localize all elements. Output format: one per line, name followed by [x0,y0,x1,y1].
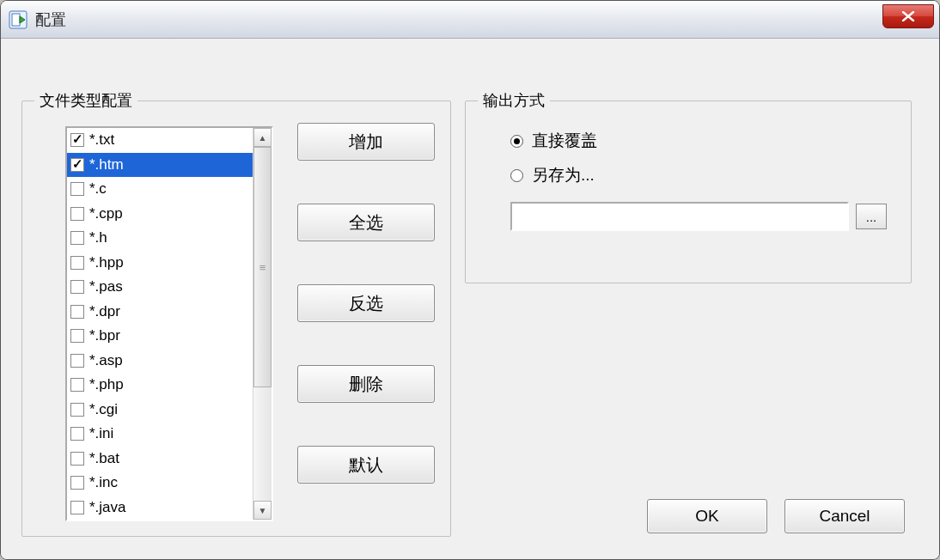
add-button[interactable]: 增加 [297,123,435,161]
scrollbar-vertical[interactable]: ▲ ▼ [253,128,272,520]
list-item-label: *.pas [89,278,123,295]
titlebar[interactable]: 配置 [1,1,939,39]
checkbox[interactable] [70,256,84,270]
checkbox[interactable] [70,452,84,466]
saveas-path-row: ... [510,202,887,231]
select-all-button[interactable]: 全选 [297,204,435,241]
client-area: 文件类型配置 *.txt*.htm*.c*.cpp*.h*.hpp*.pas*.… [1,39,939,559]
list-item[interactable]: *.bat [67,447,253,472]
checkbox[interactable] [70,280,84,294]
filetype-button-column: 增加 全选 反选 删除 默认 [297,123,435,484]
list-item[interactable]: *.cpp [67,202,253,227]
ok-button[interactable]: OK [647,499,767,533]
list-item[interactable]: *.asp [67,349,253,374]
checkbox[interactable] [70,403,84,417]
list-item[interactable]: *.bpr [67,324,253,349]
close-button[interactable] [882,4,934,28]
list-item[interactable]: *.dpr [67,300,253,325]
saveas-path-input[interactable] [510,202,849,231]
cancel-button[interactable]: Cancel [784,499,905,533]
list-item-label: *.dpr [89,303,120,320]
checkbox[interactable] [70,501,84,514]
list-item-label: *.txt [89,131,114,149]
radio-overwrite[interactable] [510,135,523,148]
checkbox[interactable] [70,305,84,319]
radio-overwrite-row[interactable]: 直接覆盖 [510,130,899,152]
checkbox[interactable] [70,182,84,196]
scroll-thumb[interactable] [253,147,272,387]
list-item-label: *.htm [89,156,124,173]
list-item[interactable]: *.php [67,373,253,398]
output-legend: 输出方式 [478,90,550,111]
list-item-label: *.ini [89,425,113,442]
list-item-label: *.hpp [89,254,124,271]
list-item-label: *.asp [89,352,123,369]
list-item-label: *.php [89,376,124,393]
radio-saveas-row[interactable]: 另存为... [510,164,899,186]
app-icon [8,9,28,30]
checkbox[interactable] [70,427,84,441]
radio-saveas-label: 另存为... [532,164,595,186]
scroll-down-button[interactable]: ▼ [253,501,272,520]
list-item[interactable]: *.hpp [67,251,253,276]
filetype-listbox[interactable]: *.txt*.htm*.c*.cpp*.h*.hpp*.pas*.dpr*.bp… [67,128,253,520]
invert-selection-button[interactable]: 反选 [297,284,435,322]
list-item[interactable]: *.h [67,226,253,251]
filetype-legend: 文件类型配置 [34,90,137,111]
delete-button[interactable]: 删除 [297,365,435,403]
filetype-group: 文件类型配置 *.txt*.htm*.c*.cpp*.h*.hpp*.pas*.… [21,90,451,537]
list-item[interactable]: *.c [67,177,253,202]
list-item-label: *.bpr [89,327,120,344]
checkbox[interactable] [70,133,84,147]
filetype-listbox-container: *.txt*.htm*.c*.cpp*.h*.hpp*.pas*.dpr*.bp… [65,126,273,521]
checkbox[interactable] [70,329,84,343]
list-item-label: *.bat [89,450,119,467]
window-title: 配置 [35,9,66,30]
radio-overwrite-label: 直接覆盖 [532,130,597,152]
checkbox[interactable] [70,476,84,490]
checkbox[interactable] [70,231,84,245]
list-item-label: *.cgi [89,401,118,418]
list-item-label: *.c [89,180,107,198]
list-item-label: *.cpp [89,205,123,222]
list-item[interactable]: *.htm [67,153,253,178]
default-button[interactable]: 默认 [297,446,435,484]
list-item-label: *.h [89,229,107,247]
dialog-window: 配置 文件类型配置 *.txt*.htm*.c*.cpp*.h*.hpp*.pa… [0,0,940,560]
checkbox[interactable] [70,158,84,172]
list-item[interactable]: *.pas [67,275,253,300]
list-item[interactable]: *.cgi [67,398,253,423]
svg-rect-1 [12,14,20,26]
output-group: 输出方式 直接覆盖 另存为... ... [465,90,912,283]
checkbox[interactable] [70,207,84,221]
list-item[interactable]: *.java [67,496,253,520]
list-item[interactable]: *.txt [67,128,253,153]
radio-saveas[interactable] [510,169,523,182]
list-item[interactable]: *.inc [67,471,253,496]
scroll-up-button[interactable]: ▲ [253,128,272,147]
list-item-label: *.inc [89,474,118,491]
list-item[interactable]: *.ini [67,422,253,447]
browse-button[interactable]: ... [856,204,887,229]
list-item-label: *.java [89,499,126,516]
dialog-button-row: OK Cancel [647,499,905,533]
checkbox[interactable] [70,378,84,392]
checkbox[interactable] [70,354,84,368]
